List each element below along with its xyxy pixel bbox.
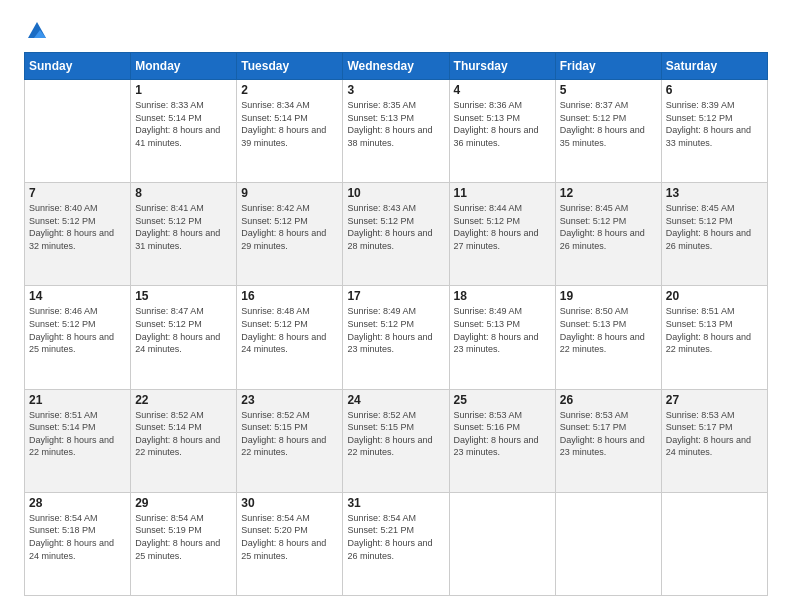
calendar-week-row: 7Sunrise: 8:40 AMSunset: 5:12 PMDaylight…: [25, 183, 768, 286]
day-info: Sunrise: 8:43 AMSunset: 5:12 PMDaylight:…: [347, 202, 444, 252]
calendar-cell: 12Sunrise: 8:45 AMSunset: 5:12 PMDayligh…: [555, 183, 661, 286]
calendar-cell: 1Sunrise: 8:33 AMSunset: 5:14 PMDaylight…: [131, 80, 237, 183]
day-info: Sunrise: 8:54 AMSunset: 5:19 PMDaylight:…: [135, 512, 232, 562]
day-info: Sunrise: 8:42 AMSunset: 5:12 PMDaylight:…: [241, 202, 338, 252]
calendar-cell: [555, 492, 661, 595]
calendar-cell: 29Sunrise: 8:54 AMSunset: 5:19 PMDayligh…: [131, 492, 237, 595]
day-info: Sunrise: 8:34 AMSunset: 5:14 PMDaylight:…: [241, 99, 338, 149]
calendar-cell: 9Sunrise: 8:42 AMSunset: 5:12 PMDaylight…: [237, 183, 343, 286]
calendar-cell: 21Sunrise: 8:51 AMSunset: 5:14 PMDayligh…: [25, 389, 131, 492]
calendar-cell: [25, 80, 131, 183]
day-number: 29: [135, 496, 232, 510]
calendar-cell: 6Sunrise: 8:39 AMSunset: 5:12 PMDaylight…: [661, 80, 767, 183]
weekday-header-friday: Friday: [555, 53, 661, 80]
calendar-week-row: 1Sunrise: 8:33 AMSunset: 5:14 PMDaylight…: [25, 80, 768, 183]
calendar-week-row: 21Sunrise: 8:51 AMSunset: 5:14 PMDayligh…: [25, 389, 768, 492]
day-number: 14: [29, 289, 126, 303]
day-info: Sunrise: 8:53 AMSunset: 5:17 PMDaylight:…: [560, 409, 657, 459]
day-number: 8: [135, 186, 232, 200]
day-number: 20: [666, 289, 763, 303]
day-info: Sunrise: 8:54 AMSunset: 5:18 PMDaylight:…: [29, 512, 126, 562]
day-info: Sunrise: 8:36 AMSunset: 5:13 PMDaylight:…: [454, 99, 551, 149]
day-info: Sunrise: 8:44 AMSunset: 5:12 PMDaylight:…: [454, 202, 551, 252]
day-number: 3: [347, 83, 444, 97]
calendar-cell: 24Sunrise: 8:52 AMSunset: 5:15 PMDayligh…: [343, 389, 449, 492]
weekday-header-monday: Monday: [131, 53, 237, 80]
day-info: Sunrise: 8:54 AMSunset: 5:20 PMDaylight:…: [241, 512, 338, 562]
day-number: 19: [560, 289, 657, 303]
calendar-cell: 26Sunrise: 8:53 AMSunset: 5:17 PMDayligh…: [555, 389, 661, 492]
calendar-cell: 27Sunrise: 8:53 AMSunset: 5:17 PMDayligh…: [661, 389, 767, 492]
day-info: Sunrise: 8:48 AMSunset: 5:12 PMDaylight:…: [241, 305, 338, 355]
day-info: Sunrise: 8:45 AMSunset: 5:12 PMDaylight:…: [666, 202, 763, 252]
day-number: 1: [135, 83, 232, 97]
day-info: Sunrise: 8:33 AMSunset: 5:14 PMDaylight:…: [135, 99, 232, 149]
day-info: Sunrise: 8:46 AMSunset: 5:12 PMDaylight:…: [29, 305, 126, 355]
day-info: Sunrise: 8:52 AMSunset: 5:15 PMDaylight:…: [241, 409, 338, 459]
day-number: 6: [666, 83, 763, 97]
weekday-header-saturday: Saturday: [661, 53, 767, 80]
day-number: 5: [560, 83, 657, 97]
day-number: 21: [29, 393, 126, 407]
day-info: Sunrise: 8:40 AMSunset: 5:12 PMDaylight:…: [29, 202, 126, 252]
day-info: Sunrise: 8:53 AMSunset: 5:17 PMDaylight:…: [666, 409, 763, 459]
day-number: 24: [347, 393, 444, 407]
day-info: Sunrise: 8:45 AMSunset: 5:12 PMDaylight:…: [560, 202, 657, 252]
day-number: 4: [454, 83, 551, 97]
day-info: Sunrise: 8:54 AMSunset: 5:21 PMDaylight:…: [347, 512, 444, 562]
day-number: 30: [241, 496, 338, 510]
day-info: Sunrise: 8:53 AMSunset: 5:16 PMDaylight:…: [454, 409, 551, 459]
day-number: 27: [666, 393, 763, 407]
day-info: Sunrise: 8:49 AMSunset: 5:12 PMDaylight:…: [347, 305, 444, 355]
calendar-cell: 2Sunrise: 8:34 AMSunset: 5:14 PMDaylight…: [237, 80, 343, 183]
day-info: Sunrise: 8:35 AMSunset: 5:13 PMDaylight:…: [347, 99, 444, 149]
day-number: 11: [454, 186, 551, 200]
day-number: 13: [666, 186, 763, 200]
calendar-cell: 7Sunrise: 8:40 AMSunset: 5:12 PMDaylight…: [25, 183, 131, 286]
logo-icon: [26, 20, 48, 42]
calendar-cell: [449, 492, 555, 595]
day-number: 17: [347, 289, 444, 303]
weekday-header-wednesday: Wednesday: [343, 53, 449, 80]
calendar-cell: 3Sunrise: 8:35 AMSunset: 5:13 PMDaylight…: [343, 80, 449, 183]
logo: [24, 20, 48, 42]
calendar-table: SundayMondayTuesdayWednesdayThursdayFrid…: [24, 52, 768, 596]
day-number: 2: [241, 83, 338, 97]
day-info: Sunrise: 8:51 AMSunset: 5:13 PMDaylight:…: [666, 305, 763, 355]
calendar-cell: 25Sunrise: 8:53 AMSunset: 5:16 PMDayligh…: [449, 389, 555, 492]
day-number: 16: [241, 289, 338, 303]
header: [24, 20, 768, 42]
calendar-cell: 20Sunrise: 8:51 AMSunset: 5:13 PMDayligh…: [661, 286, 767, 389]
calendar-cell: 18Sunrise: 8:49 AMSunset: 5:13 PMDayligh…: [449, 286, 555, 389]
day-info: Sunrise: 8:37 AMSunset: 5:12 PMDaylight:…: [560, 99, 657, 149]
calendar-cell: 22Sunrise: 8:52 AMSunset: 5:14 PMDayligh…: [131, 389, 237, 492]
day-number: 9: [241, 186, 338, 200]
day-number: 10: [347, 186, 444, 200]
calendar-week-row: 28Sunrise: 8:54 AMSunset: 5:18 PMDayligh…: [25, 492, 768, 595]
weekday-header-sunday: Sunday: [25, 53, 131, 80]
calendar-cell: 30Sunrise: 8:54 AMSunset: 5:20 PMDayligh…: [237, 492, 343, 595]
day-number: 18: [454, 289, 551, 303]
day-number: 15: [135, 289, 232, 303]
calendar-cell: 13Sunrise: 8:45 AMSunset: 5:12 PMDayligh…: [661, 183, 767, 286]
calendar-cell: 14Sunrise: 8:46 AMSunset: 5:12 PMDayligh…: [25, 286, 131, 389]
weekday-header-tuesday: Tuesday: [237, 53, 343, 80]
calendar-cell: 23Sunrise: 8:52 AMSunset: 5:15 PMDayligh…: [237, 389, 343, 492]
day-info: Sunrise: 8:52 AMSunset: 5:14 PMDaylight:…: [135, 409, 232, 459]
day-info: Sunrise: 8:47 AMSunset: 5:12 PMDaylight:…: [135, 305, 232, 355]
calendar-cell: 15Sunrise: 8:47 AMSunset: 5:12 PMDayligh…: [131, 286, 237, 389]
day-number: 23: [241, 393, 338, 407]
calendar-cell: 31Sunrise: 8:54 AMSunset: 5:21 PMDayligh…: [343, 492, 449, 595]
calendar-cell: 17Sunrise: 8:49 AMSunset: 5:12 PMDayligh…: [343, 286, 449, 389]
day-info: Sunrise: 8:41 AMSunset: 5:12 PMDaylight:…: [135, 202, 232, 252]
day-number: 25: [454, 393, 551, 407]
day-number: 28: [29, 496, 126, 510]
calendar-week-row: 14Sunrise: 8:46 AMSunset: 5:12 PMDayligh…: [25, 286, 768, 389]
day-number: 22: [135, 393, 232, 407]
calendar-header-row: SundayMondayTuesdayWednesdayThursdayFrid…: [25, 53, 768, 80]
page: SundayMondayTuesdayWednesdayThursdayFrid…: [0, 0, 792, 612]
calendar-cell: 19Sunrise: 8:50 AMSunset: 5:13 PMDayligh…: [555, 286, 661, 389]
calendar-cell: 4Sunrise: 8:36 AMSunset: 5:13 PMDaylight…: [449, 80, 555, 183]
day-info: Sunrise: 8:39 AMSunset: 5:12 PMDaylight:…: [666, 99, 763, 149]
day-number: 31: [347, 496, 444, 510]
